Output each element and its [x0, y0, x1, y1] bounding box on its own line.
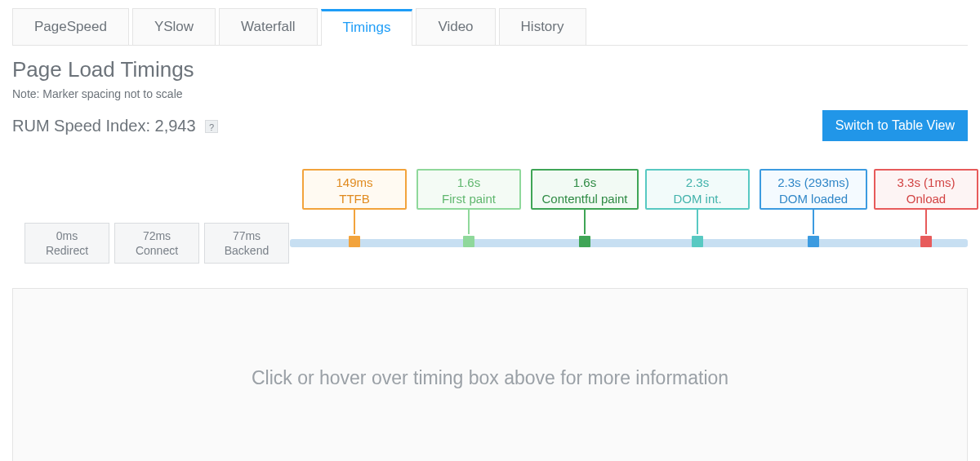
timing-label: Onload: [875, 191, 977, 207]
switch-table-view-button[interactable]: Switch to Table View: [822, 110, 968, 141]
prebox-value: 72ms: [115, 228, 198, 243]
prebox-label: Connect: [115, 243, 198, 258]
timing-stem: [354, 210, 355, 234]
timing-marker: [349, 236, 360, 247]
timing-marker: [692, 236, 703, 247]
timing-card-first-paint[interactable]: 1.6sFirst paint: [416, 169, 521, 210]
timing-stem: [584, 210, 586, 234]
timeline-bar: [290, 239, 968, 247]
prebox-label: Backend: [205, 243, 288, 258]
timing-marker: [808, 236, 819, 247]
info-panel: Click or hover over timing box above for…: [12, 288, 968, 461]
prebox-backend[interactable]: 77msBackend: [204, 223, 289, 264]
timing-card-ttfb[interactable]: 149msTTFB: [302, 169, 407, 210]
timing-value: 1.6s: [532, 175, 637, 191]
tab-yslow[interactable]: YSlow: [132, 8, 216, 45]
tab-timings[interactable]: Timings: [321, 9, 413, 46]
timing-label: TTFB: [304, 191, 405, 207]
prebox-connect[interactable]: 72msConnect: [114, 223, 199, 264]
prebox-value: 0ms: [25, 228, 109, 243]
speed-index-line: RUM Speed Index: 2,943 ?: [12, 117, 218, 135]
tab-video[interactable]: Video: [416, 8, 495, 45]
timing-value: 2.3s (293ms): [761, 175, 866, 191]
timing-card-onload[interactable]: 3.3s (1ms)Onload: [874, 169, 978, 210]
timing-label: Contentful paint: [532, 191, 637, 207]
timing-label: DOM loaded: [761, 191, 866, 207]
prebox-redirect[interactable]: 0msRedirect: [24, 223, 109, 264]
timing-stem: [468, 210, 470, 234]
timing-value: 2.3s: [647, 175, 748, 191]
info-panel-text: Click or hover over timing box above for…: [252, 367, 728, 389]
speed-index-value: 2,943: [155, 117, 196, 135]
timing-card-contentful-paint[interactable]: 1.6sContentful paint: [531, 169, 639, 210]
timing-card-dom-loaded[interactable]: 2.3s (293ms)DOM loaded: [760, 169, 867, 210]
timing-stem: [697, 210, 698, 234]
prebox-value: 77ms: [205, 228, 288, 243]
prebox-label: Redirect: [25, 243, 109, 258]
speed-index-label: RUM Speed Index:: [12, 117, 155, 135]
tab-waterfall[interactable]: Waterfall: [219, 8, 317, 45]
timeline: 0msRedirect72msConnect77msBackend149msTT…: [12, 169, 968, 275]
page-title: Page Load Timings: [12, 57, 968, 82]
tab-pagespeed[interactable]: PageSpeed: [12, 8, 129, 45]
timing-stem: [813, 210, 814, 234]
timing-value: 1.6s: [418, 175, 519, 191]
timing-marker: [579, 236, 590, 247]
tab-bar: PageSpeedYSlowWaterfallTimingsVideoHisto…: [12, 8, 968, 46]
timing-label: DOM int.: [647, 191, 748, 207]
help-icon[interactable]: ?: [205, 120, 218, 133]
tab-history[interactable]: History: [499, 8, 586, 45]
timing-value: 3.3s (1ms): [875, 175, 977, 191]
timing-label: First paint: [418, 191, 519, 207]
timing-marker: [463, 236, 474, 247]
timing-stem: [925, 210, 927, 234]
timing-value: 149ms: [304, 175, 405, 191]
scale-note: Note: Marker spacing not to scale: [12, 87, 968, 100]
timing-marker: [920, 236, 932, 247]
timing-card-dom-int-[interactable]: 2.3sDOM int.: [645, 169, 750, 210]
